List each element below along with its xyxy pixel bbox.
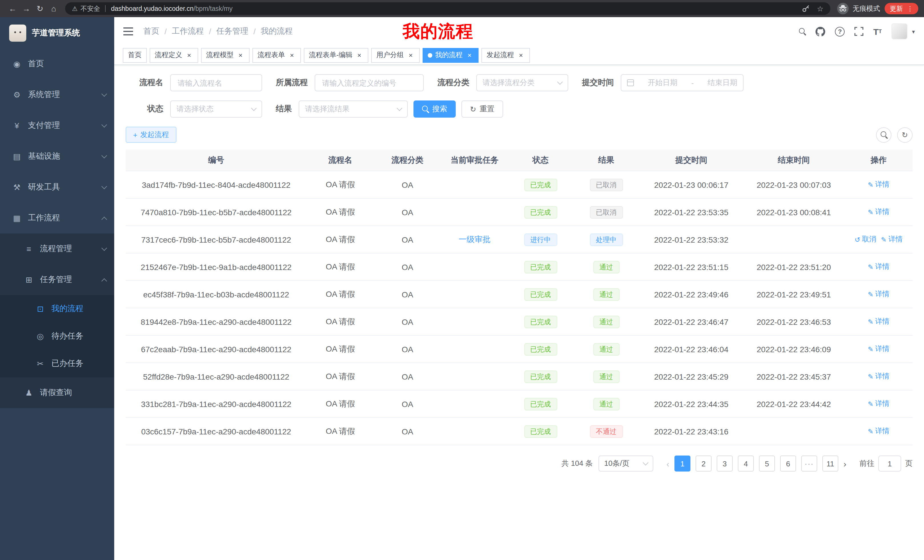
prev-page-button[interactable]: ‹ — [666, 459, 669, 469]
chevron-icon — [102, 334, 106, 338]
sidebar-item[interactable]: ▤ 基础设施 — [0, 141, 114, 172]
page-button[interactable]: 4 — [738, 455, 754, 472]
tab[interactable]: 首页 — [123, 48, 147, 63]
detail-link[interactable]: ✎详情 — [881, 235, 903, 244]
avatar[interactable] — [891, 23, 908, 39]
result-select[interactable]: 请选择流结果 — [298, 100, 408, 118]
sidebar-item[interactable]: ⊡ 我的流程 — [0, 295, 114, 322]
detail-link[interactable]: ✎详情 — [868, 207, 890, 217]
forward-button[interactable]: → — [20, 4, 33, 13]
incognito-badge[interactable]: 无痕模式 — [837, 3, 880, 14]
cell-submit-time: 2022-01-22 23:53:35 — [640, 208, 743, 217]
breadcrumb-item[interactable]: 工作流程 — [172, 26, 204, 36]
table-row: 819442e8-7b9a-11ec-a290-acde48001122 OA … — [126, 308, 913, 335]
page-button[interactable]: 11 — [822, 455, 838, 472]
chevron-icon — [101, 245, 107, 251]
page-button[interactable]: ··· — [801, 455, 817, 472]
tab[interactable]: 流程表单-编辑 × — [304, 48, 368, 63]
detail-link[interactable]: ✎详情 — [868, 180, 890, 190]
sidebar-item[interactable]: ♟ 请假查询 — [0, 377, 114, 408]
bookmark-star-icon[interactable]: ☆ — [817, 4, 824, 13]
security-label[interactable]: 不安全 — [81, 4, 100, 13]
process-definition-input[interactable] — [315, 74, 424, 91]
sidebar-item[interactable]: ⚙ 系统管理 — [0, 79, 114, 110]
back-button[interactable]: ← — [6, 4, 20, 13]
current-task-link[interactable]: 一级审批 — [459, 234, 490, 244]
next-page-button[interactable]: › — [843, 459, 846, 469]
home-button[interactable]: ⌂ — [47, 4, 60, 13]
detail-link[interactable]: ✎详情 — [868, 289, 890, 299]
cancel-link[interactable]: ↺取消 — [855, 235, 876, 244]
close-icon[interactable]: × — [236, 51, 244, 59]
date-range-picker[interactable]: 开始日期 - 结束日期 — [621, 74, 744, 91]
sidebar-item[interactable]: ⚒ 研发工具 — [0, 172, 114, 203]
tab[interactable]: 发起流程 × — [482, 48, 530, 63]
sidebar-item[interactable]: ✂ 已办任务 — [0, 350, 114, 377]
goto-page-input[interactable] — [878, 455, 901, 472]
tab[interactable]: 流程模型 × — [201, 48, 249, 63]
breadcrumb-item[interactable]: 任务管理 — [216, 26, 248, 36]
page-size-select[interactable]: 10条/页 — [598, 455, 653, 472]
status-select[interactable]: 请选择状态 — [170, 100, 262, 118]
category-select[interactable]: 请选择流程分类 — [476, 74, 568, 91]
close-icon[interactable]: × — [288, 51, 296, 59]
tab-label: 发起流程 — [486, 50, 514, 60]
page-button[interactable]: 3 — [717, 455, 733, 472]
reload-button[interactable]: ↻ — [33, 4, 47, 13]
font-size-icon[interactable]: TT — [873, 27, 882, 36]
app-logo[interactable]: 芋道管理系统 — [0, 17, 114, 48]
menu-label: 研发工具 — [28, 182, 99, 192]
search-button[interactable]: 搜索 — [414, 100, 456, 118]
sidebar-item[interactable]: ◉ 首页 — [0, 48, 114, 79]
chevron-icon — [102, 362, 106, 365]
toggle-search-button[interactable] — [876, 127, 891, 142]
detail-link[interactable]: ✎详情 — [868, 427, 890, 436]
page-button[interactable]: 1 — [675, 455, 690, 472]
start-date-placeholder[interactable]: 开始日期 — [648, 78, 677, 88]
page-button[interactable]: 2 — [696, 455, 711, 472]
refresh-table-button[interactable]: ↻ — [897, 127, 913, 142]
tab[interactable]: 用户分组 × — [371, 48, 420, 63]
breadcrumb-item[interactable]: 我的流程 — [261, 26, 292, 36]
sidebar-toggle-icon[interactable] — [123, 31, 133, 32]
end-date-placeholder[interactable]: 结束日期 — [708, 78, 737, 88]
close-icon[interactable]: × — [355, 51, 363, 59]
process-name-input[interactable] — [170, 74, 262, 91]
sidebar-item[interactable]: ¥ 支付管理 — [0, 110, 114, 141]
sidebar-item[interactable]: ⊞ 任务管理 — [0, 264, 114, 295]
page-button[interactable]: 5 — [759, 455, 775, 472]
edit-icon: ✎ — [868, 181, 873, 189]
tab[interactable]: 流程定义 × — [150, 48, 198, 63]
key-icon[interactable] — [802, 4, 810, 13]
detail-link[interactable]: ✎详情 — [868, 399, 890, 409]
tab[interactable]: 流程表单 × — [252, 48, 301, 63]
tab[interactable]: 我的流程 × — [423, 48, 478, 63]
address-bar[interactable]: ⚠ 不安全 dashboard.yudao.iocoder.cn/bpm/tas… — [65, 2, 830, 15]
sidebar-item[interactable]: ▦ 工作流程 — [0, 203, 114, 234]
browser-menu-icon[interactable]: ⋮ — [907, 5, 913, 12]
close-icon[interactable]: × — [185, 51, 193, 59]
detail-link[interactable]: ✎详情 — [868, 371, 890, 381]
topbar: 首页 / 工作流程 / 任务管理 / — [114, 17, 924, 46]
sidebar-item[interactable]: ≡ 流程管理 — [0, 234, 114, 264]
close-icon[interactable]: × — [465, 51, 473, 59]
page-button[interactable]: 6 — [780, 455, 796, 472]
chevron-icon — [101, 91, 107, 96]
github-icon[interactable] — [816, 27, 825, 36]
detail-link[interactable]: ✎详情 — [868, 262, 890, 272]
sidebar-item[interactable]: ◎ 待办任务 — [0, 322, 114, 350]
detail-link[interactable]: ✎详情 — [868, 317, 890, 326]
cell-end-time: 2022-01-22 23:51:20 — [743, 262, 844, 271]
reset-button[interactable]: ↻ 重置 — [461, 100, 503, 118]
caret-down-icon[interactable]: ▾ — [912, 28, 915, 34]
help-icon[interactable]: ? — [835, 27, 845, 36]
create-process-button[interactable]: + 发起流程 — [126, 127, 176, 143]
close-icon[interactable]: × — [517, 51, 525, 59]
close-icon[interactable]: × — [406, 51, 415, 59]
detail-link[interactable]: ✎详情 — [868, 344, 890, 354]
cell-id: 2152467e-7b9b-11ec-9a1b-acde48001122 — [126, 262, 307, 271]
fullscreen-icon[interactable] — [855, 27, 864, 36]
update-button[interactable]: 更新 ⋮ — [885, 3, 918, 14]
breadcrumb-item[interactable]: 首页 — [143, 26, 159, 36]
search-icon[interactable] — [799, 28, 806, 35]
